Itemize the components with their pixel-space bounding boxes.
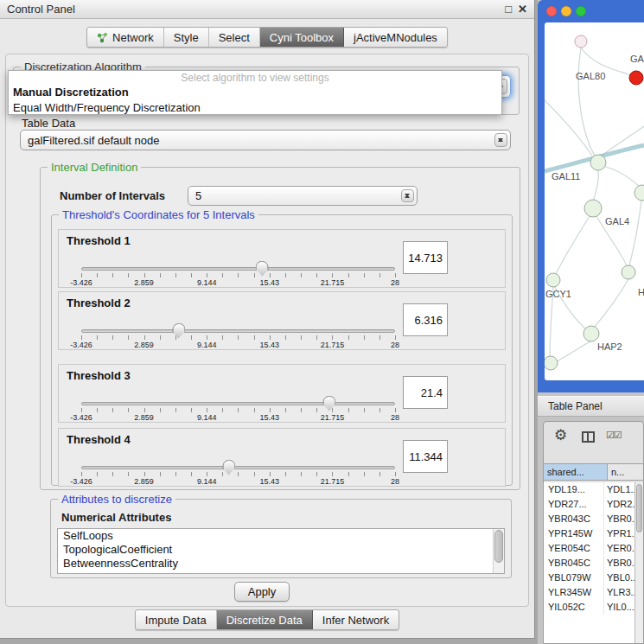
network-node[interactable] — [575, 35, 587, 48]
threshold-2-slider[interactable]: -3.426 2.859 9.144 15.43 21.715 28 — [81, 323, 395, 349]
scrollbar-thumb[interactable] — [494, 530, 503, 563]
scale-tick-label: 28 — [391, 477, 399, 486]
table-data-combobox[interactable]: galFiltered.sif default node — [20, 130, 511, 150]
tab-discretize-data[interactable]: Discretize Data — [217, 610, 313, 629]
slider-track[interactable] — [81, 267, 395, 271]
number-of-intervals-label: Number of Intervals — [60, 189, 165, 202]
gear-icon[interactable]: ⚙ — [554, 426, 567, 444]
table-row[interactable]: YDL19... YDL1... — [544, 482, 634, 497]
close-traffic-light[interactable] — [546, 6, 557, 16]
tab-select[interactable]: Select — [209, 28, 260, 47]
table-row[interactable]: YLR345W YLR3... — [544, 585, 634, 600]
slider-scale: -3.426 2.859 9.144 15.43 21.715 28 — [81, 278, 395, 287]
zoom-traffic-light[interactable] — [576, 6, 586, 16]
network-node[interactable] — [545, 356, 558, 370]
table-data-value: galFiltered.sif default node — [28, 131, 491, 150]
threshold-label: Threshold 1 — [67, 234, 131, 247]
table-panel-title: Table Panel — [548, 397, 603, 417]
apply-button[interactable]: Apply — [234, 582, 290, 602]
slider-track[interactable] — [81, 466, 395, 469]
table-panel-window: ⚙ ☑☑ shared... n... YDL19... YDL1... YDR… — [543, 421, 644, 644]
slider-ticks — [81, 273, 396, 277]
column-header-shared-name[interactable]: shared... — [544, 464, 608, 480]
scale-tick-label: 15.43 — [260, 477, 280, 486]
cell: YLR3... — [604, 585, 634, 600]
algorithm-dropdown-popup: Select algorithm to view settings Manual… — [8, 70, 502, 115]
cell: YBR045C — [544, 556, 604, 571]
tab-label: Style — [174, 31, 199, 44]
cell: YBR043C — [544, 512, 604, 526]
scale-tick-label: 9.144 — [197, 278, 217, 287]
number-of-intervals-combobox[interactable]: 5 — [188, 186, 418, 206]
cell: YER0... — [604, 541, 634, 556]
threshold-2-value-field[interactable]: 6.316 — [403, 303, 448, 336]
scale-tick-label: 21.715 — [321, 477, 345, 486]
list-item[interactable]: BetweennessCentrality — [58, 557, 504, 571]
dropdown-option-equal-width[interactable]: Equal Width/Frequency Discretization — [9, 100, 501, 116]
list-scrollbar[interactable] — [493, 529, 504, 573]
tab-network[interactable]: Network — [87, 28, 164, 47]
network-node[interactable] — [634, 185, 644, 201]
table-row[interactable]: YDR27... YDR2... — [544, 497, 634, 512]
network-node[interactable] — [546, 273, 560, 287]
numerical-attributes-label: Numerical Attributes — [61, 511, 171, 524]
list-item[interactable]: SelfLoops — [58, 529, 504, 543]
network-node[interactable] — [590, 155, 606, 170]
threshold-1-value-field[interactable]: 14.713 — [403, 241, 448, 274]
tab-label: jActiveMNodules — [354, 31, 437, 44]
threshold-4-value-field[interactable]: 11.344 — [403, 440, 448, 473]
threshold-4-slider[interactable]: -3.426 2.859 9.144 15.43 21.715 28 — [81, 460, 395, 486]
float-window-icon[interactable]: □ — [505, 0, 512, 19]
combo-arrows-icon[interactable] — [401, 189, 414, 202]
table-row[interactable]: YER054C YER0... — [544, 541, 634, 556]
table-panel-bar[interactable]: Table Panel — [538, 396, 644, 417]
table-row[interactable]: YBR043C YBR0... — [544, 512, 634, 526]
tab-cyni-toolbox[interactable]: Cyni Toolbox — [260, 28, 344, 47]
node-label-gal11: GAL11 — [552, 171, 580, 182]
columns-icon[interactable] — [582, 431, 595, 443]
tab-label: Discretize Data — [226, 614, 303, 627]
column-header-name[interactable]: n... — [608, 464, 643, 480]
slider-scale: -3.426 2.859 9.144 15.43 21.715 28 — [81, 341, 395, 349]
threshold-1-box: Threshold 1 -3.426 2.859 9.144 15.43 21.… — [58, 229, 506, 288]
slider-ticks — [81, 472, 396, 476]
tab-infer-network[interactable]: Infer Network — [313, 610, 399, 629]
tab-impute-data[interactable]: Impute Data — [136, 610, 217, 629]
slider-track[interactable] — [81, 402, 395, 405]
table-scrollbar[interactable] — [634, 482, 643, 643]
dropdown-option-manual[interactable]: Manual Discretization — [9, 85, 501, 100]
node-label-gal4: GAL4 — [605, 216, 629, 226]
network-node[interactable] — [622, 265, 635, 279]
scrollbar-thumb[interactable] — [636, 484, 642, 532]
list-item[interactable]: TopologicalCoefficient — [58, 543, 504, 557]
network-node[interactable] — [583, 326, 599, 341]
close-icon[interactable]: ✕ — [518, 0, 527, 19]
table-row[interactable]: YIL052C YIL0... — [544, 600, 634, 615]
cell: YDR27... — [544, 497, 604, 512]
minimize-traffic-light[interactable] — [561, 6, 571, 16]
cell: YPR1... — [604, 526, 634, 541]
table-row[interactable]: YBL079W YBL0... — [544, 571, 634, 585]
scale-tick-label: 28 — [391, 278, 399, 287]
network-canvas[interactable]: GAL80 GA GAL11 GAL4 GCY1 H HAP2 — [545, 22, 644, 380]
threshold-3-value-field[interactable]: 21.4 — [403, 376, 448, 409]
combo-arrows-icon[interactable] — [494, 133, 507, 147]
tab-jactivemodules[interactable]: jActiveMNodules — [344, 28, 447, 47]
scale-tick-label: 21.715 — [321, 341, 345, 349]
slider-scale: -3.426 2.859 9.144 15.43 21.715 28 — [81, 413, 395, 422]
tab-style[interactable]: Style — [164, 28, 209, 47]
cell: YBL0... — [604, 571, 634, 585]
control-panel-titlebar: Control Panel □ ✕ — [0, 0, 534, 19]
scale-tick-label: 2.859 — [134, 341, 154, 349]
slider-track[interactable] — [81, 329, 395, 333]
threshold-coordinates-group: Threshold's Coordinates for 5 Intervals … — [51, 214, 513, 486]
slider-ticks — [81, 335, 396, 340]
table-row[interactable]: YBR045C YBR0... — [544, 556, 634, 571]
network-node-highlighted[interactable] — [629, 71, 643, 85]
threshold-1-slider[interactable]: -3.426 2.859 9.144 15.43 21.715 28 — [81, 261, 395, 287]
network-node[interactable] — [584, 200, 602, 217]
select-columns-checkboxes-icon[interactable]: ☑☑ — [606, 430, 622, 441]
threshold-3-slider[interactable]: -3.426 2.859 9.144 15.43 21.715 28 — [81, 396, 395, 422]
tab-label: Network — [112, 31, 154, 44]
table-row[interactable]: YPR145W YPR1... — [544, 526, 634, 541]
